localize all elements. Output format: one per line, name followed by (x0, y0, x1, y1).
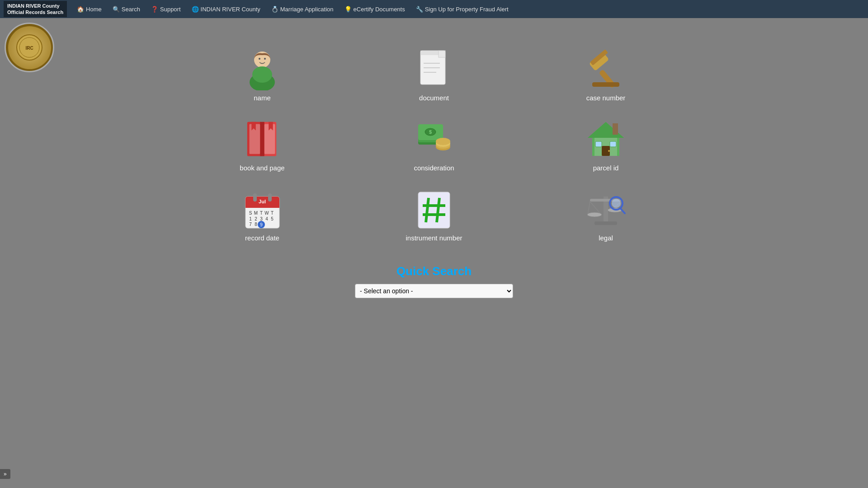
nav-home[interactable]: 🏠 Home (72, 4, 106, 14)
search-item-case-number[interactable]: case number (542, 45, 669, 106)
search-item-parcel-id[interactable]: parcel id (542, 115, 669, 176)
svg-point-74 (612, 199, 621, 208)
house-icon (585, 120, 626, 160)
book-icon (242, 120, 283, 160)
wrench-icon: 🔧 (416, 6, 423, 13)
nav-search[interactable]: 🔍 Search (108, 4, 145, 14)
gavel-icon (585, 50, 626, 90)
svg-text:8: 8 (255, 222, 257, 227)
search-item-instrument-number[interactable]: instrument number (371, 185, 497, 246)
bulb-icon: 💡 (344, 6, 352, 13)
bottom-toggle-button[interactable]: » (0, 469, 10, 479)
calendar-icon: Jul S M T W T 1 2 3 4 5 7 8 (242, 190, 283, 230)
svg-rect-63 (418, 192, 450, 228)
nav-ecertify[interactable]: 💡 eCertify Documents (340, 4, 410, 14)
svg-rect-48 (268, 193, 272, 202)
hash-icon (414, 190, 454, 230)
svg-rect-11 (439, 51, 445, 57)
search-item-book-label: book and page (240, 164, 284, 172)
svg-text:IRC: IRC (25, 46, 33, 51)
svg-marker-36 (588, 122, 624, 138)
app-title: INDIAN RIVER County Official Records Sea… (4, 1, 67, 18)
quick-search-select[interactable]: - Select an option - Name Search Documen… (355, 284, 513, 298)
search-item-name-label: name (254, 94, 271, 102)
nav-fraud-alert[interactable]: 🔧 Sign Up for Property Fraud Alert (411, 4, 513, 14)
svg-rect-40 (595, 141, 602, 147)
search-item-instrument-number-label: instrument number (406, 234, 462, 242)
legal-icon (585, 190, 626, 230)
seal-svg: IRC (16, 34, 43, 61)
main-content: name document (0, 18, 868, 298)
search-item-record-date[interactable]: Jul S M T W T 1 2 3 4 5 7 8 (199, 185, 326, 246)
support-icon: ❓ (151, 6, 158, 13)
svg-text:4: 4 (265, 216, 268, 221)
search-item-legal-label: legal (599, 234, 613, 242)
search-icon-grid: name document (199, 45, 669, 246)
svg-text:T: T (259, 211, 262, 216)
search-item-book-and-page[interactable]: book and page (199, 115, 326, 176)
navbar: INDIAN RIVER County Official Records Sea… (0, 0, 868, 18)
svg-point-6 (259, 58, 260, 60)
nav-indian-river[interactable]: 🌐 INDIAN RIVER County (187, 4, 265, 14)
search-item-record-date-label: record date (245, 234, 279, 242)
svg-rect-18 (592, 82, 619, 87)
person-icon (242, 50, 283, 90)
svg-point-7 (264, 58, 266, 60)
svg-rect-47 (253, 193, 257, 202)
svg-rect-42 (613, 123, 618, 135)
home-icon: 🏠 (77, 6, 84, 13)
svg-text:2: 2 (255, 216, 257, 221)
svg-text:7: 7 (249, 222, 252, 227)
svg-text:1: 1 (249, 216, 252, 221)
search-item-document[interactable]: document (371, 45, 497, 106)
logo-container: IRC (5, 23, 54, 72)
svg-text:W: W (264, 211, 269, 216)
svg-text:5: 5 (271, 216, 274, 221)
svg-point-71 (587, 212, 602, 217)
search-item-document-label: document (419, 94, 449, 102)
document-icon (414, 50, 454, 90)
search-item-legal[interactable]: legal (542, 185, 669, 246)
svg-text:3: 3 (260, 216, 263, 221)
svg-text:9: 9 (260, 222, 263, 227)
quick-search-title: Quick Search (396, 264, 472, 278)
svg-rect-41 (610, 141, 616, 147)
search-icon: 🔍 (113, 6, 120, 13)
nav-marriage[interactable]: 💍 Marriage Application (267, 4, 338, 14)
search-item-consideration-label: consideration (414, 164, 454, 172)
nav-support[interactable]: ❓ Support (146, 4, 185, 14)
svg-point-5 (252, 66, 272, 83)
svg-text:M: M (254, 211, 257, 216)
svg-rect-69 (594, 221, 617, 225)
svg-text:S: S (249, 211, 252, 216)
search-item-case-number-label: case number (586, 94, 626, 102)
svg-text:$: $ (429, 129, 432, 135)
ring-icon: 💍 (271, 6, 278, 13)
quick-search-section: Quick Search - Select an option - Name S… (355, 264, 513, 298)
coins-icon: $ (414, 120, 454, 160)
search-item-parcel-id-label: parcel id (593, 164, 619, 172)
svg-point-34 (436, 138, 450, 145)
county-seal: IRC (5, 23, 54, 72)
svg-rect-21 (260, 122, 264, 156)
search-item-name[interactable]: name (199, 45, 326, 106)
globe-icon: 🌐 (192, 6, 199, 13)
svg-text:T: T (270, 211, 273, 216)
svg-point-39 (608, 150, 610, 152)
search-item-consideration[interactable]: $ consideration (371, 115, 497, 176)
svg-text:Jul: Jul (259, 199, 266, 204)
